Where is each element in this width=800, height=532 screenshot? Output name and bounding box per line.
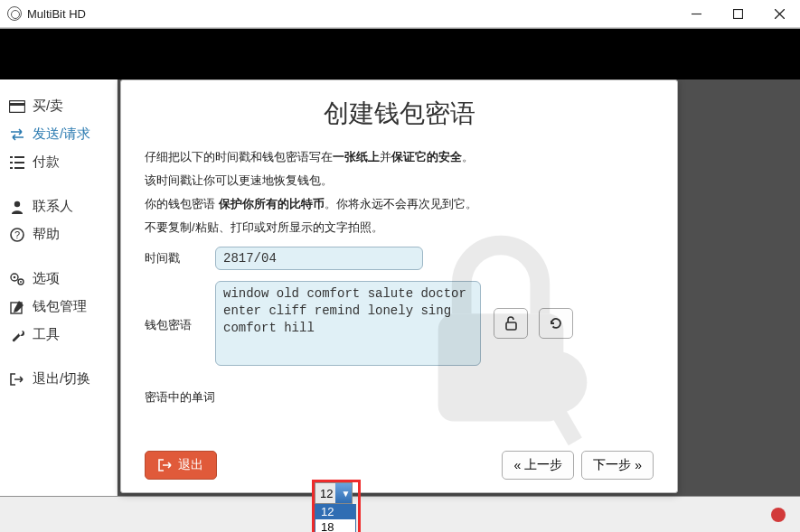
minimize-button[interactable] (675, 0, 717, 28)
dropdown-selected-value: 12 (315, 487, 333, 500)
prev-step-button[interactable]: « 上一步 (502, 451, 574, 480)
sidebar-item-payments[interactable]: 付款 (9, 148, 108, 176)
svg-rect-2 (9, 103, 25, 106)
sidebar-item-label: 买/卖 (33, 98, 63, 115)
sidebar-item-buy-sell[interactable]: 买/卖 (9, 92, 108, 120)
refresh-button[interactable] (539, 308, 573, 339)
dropdown-list: 12 18 24 (315, 504, 356, 532)
app-icon (7, 6, 22, 21)
sidebar-item-help[interactable]: ? 帮助 (9, 220, 108, 248)
sidebar-item-label: 选项 (33, 270, 60, 287)
svg-rect-0 (733, 9, 742, 18)
edit-icon (9, 299, 25, 315)
maximize-button[interactable] (717, 0, 758, 28)
dialog-paragraph-4: 不要复制/粘贴、打印或对所显示的文字拍照。 (145, 219, 654, 236)
sidebar-item-label: 发送/请求 (33, 126, 90, 143)
svg-text:?: ? (14, 229, 20, 240)
sidebar-item-tools[interactable]: 工具 (9, 321, 108, 349)
header-band (0, 28, 800, 79)
sidebar-item-contacts[interactable]: 联系人 (9, 192, 108, 220)
sidebar-item-wallet-manage[interactable]: 钱包管理 (9, 293, 108, 321)
timestamp-field[interactable]: 2817/04 (215, 247, 423, 270)
svg-point-7 (14, 275, 16, 278)
svg-point-9 (20, 281, 22, 283)
timestamp-label: 时间戳 (145, 247, 215, 266)
next-step-button[interactable]: 下一步 » (581, 451, 654, 480)
dropdown-selected[interactable]: 12 ▼ (315, 482, 353, 504)
exit-button-label: 退出 (178, 457, 203, 473)
sidebar: 买/卖 发送/请求 付款 联系人 ? 帮助 选项 钱包管理 (0, 79, 118, 496)
wrench-icon (9, 327, 25, 343)
sidebar-item-label: 付款 (33, 154, 60, 171)
dialog-paragraph-3: 你的钱包密语 保护你所有的比特币。你将永远不会再次见到它。 (145, 196, 654, 212)
dropdown-option[interactable]: 12 (315, 504, 355, 519)
phrase-row: 钱包密语 window old comfort salute doctor en… (145, 281, 654, 366)
gears-icon (9, 271, 25, 287)
title-bar: MultiBit HD (0, 0, 800, 28)
status-bar (0, 496, 800, 532)
next-button-label: 下一步 (593, 457, 631, 473)
sidebar-item-label: 联系人 (33, 198, 73, 215)
dialog-paragraph-2: 该时间戳让你可以更速地恢复钱包。 (145, 173, 654, 189)
dropdown-option[interactable]: 18 (315, 519, 355, 532)
phrase-field[interactable]: window old comfort salute doctor enter c… (215, 281, 481, 366)
sidebar-item-label: 工具 (33, 326, 60, 343)
exit-icon (9, 371, 25, 387)
lock-open-icon (503, 315, 519, 331)
dialog-title: 创建钱包密语 (145, 97, 654, 131)
wordcount-label: 密语中的单词 (145, 386, 215, 406)
sidebar-item-options[interactable]: 选项 (9, 265, 108, 293)
refresh-icon (548, 315, 564, 331)
close-button[interactable] (758, 0, 800, 28)
card-icon (9, 98, 25, 115)
window-buttons (675, 0, 800, 28)
help-icon: ? (9, 227, 25, 243)
transfer-icon (9, 126, 25, 143)
wizard-dialog: 创建钱包密语 仔细把以下的时间戳和钱包密语写在一张纸上并保证它的安全。 该时间戳… (120, 79, 678, 493)
svg-rect-1 (10, 100, 25, 112)
list-icon (9, 154, 25, 171)
person-icon (9, 199, 25, 215)
prev-button-label: 上一步 (524, 457, 562, 473)
wordcount-dropdown[interactable]: 12 ▼ 12 18 24 (315, 482, 356, 532)
svg-rect-14 (506, 322, 516, 330)
timestamp-row: 时间戳 2817/04 (145, 247, 654, 270)
chevron-down-icon: ▼ (335, 483, 352, 503)
exit-button[interactable]: 退出 (145, 451, 217, 480)
sidebar-item-label: 退出/切换 (33, 370, 90, 387)
unlock-button[interactable] (494, 308, 528, 339)
chevrons-left-icon: « (513, 458, 521, 472)
svg-rect-13 (549, 404, 582, 445)
sidebar-item-send-request[interactable]: 发送/请求 (9, 120, 108, 148)
content-backdrop: 创建钱包密语 仔细把以下的时间戳和钱包密语写在一张纸上并保证它的安全。 该时间戳… (118, 79, 800, 496)
window-title: MultiBit HD (27, 7, 86, 21)
wordcount-row: 密语中的单词 (145, 386, 654, 406)
exit-icon (158, 459, 173, 471)
sidebar-item-exit-switch[interactable]: 退出/切换 (9, 365, 108, 393)
sidebar-item-label: 帮助 (33, 226, 60, 243)
sidebar-item-label: 钱包管理 (33, 298, 87, 315)
connection-status-indicator (771, 508, 786, 522)
dialog-paragraph-1: 仔细把以下的时间戳和钱包密语写在一张纸上并保证它的安全。 (145, 149, 654, 165)
chevrons-right-icon: » (635, 458, 642, 472)
phrase-label: 钱包密语 (145, 313, 215, 333)
svg-point-3 (14, 201, 20, 206)
